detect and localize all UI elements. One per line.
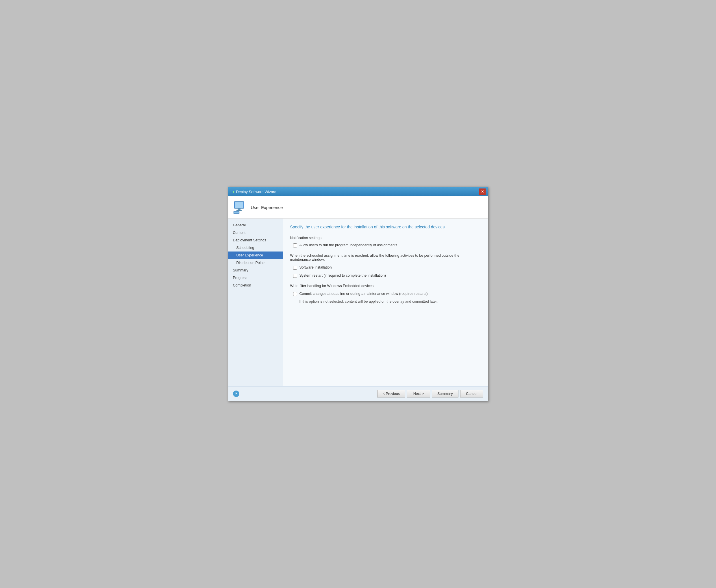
sidebar: General Content Deployment Settings Sche…	[228, 218, 283, 386]
title-bar-left: ➔ Deploy Software Wizard	[231, 189, 276, 194]
sidebar-item-scheduling[interactable]: Scheduling	[228, 244, 283, 252]
close-button[interactable]: ✕	[479, 188, 486, 195]
maintenance-window-text: When the scheduled assignment time is re…	[290, 254, 481, 261]
section-divider-2: Write filter handling for Windows Embedd…	[290, 284, 481, 288]
checkbox-row-1: Allow users to run the program independe…	[293, 243, 481, 248]
footer-area: ? < Previous Next > Summary Cancel	[228, 386, 488, 401]
sidebar-item-deployment-settings[interactable]: Deployment Settings	[228, 236, 283, 244]
sidebar-item-progress[interactable]: Progress	[228, 274, 283, 281]
next-button[interactable]: Next >	[407, 390, 430, 398]
footer-left: ?	[233, 391, 239, 397]
sidebar-item-user-experience[interactable]: User Experience	[228, 252, 283, 259]
sidebar-item-general[interactable]: General	[228, 222, 283, 229]
help-button[interactable]: ?	[233, 391, 239, 397]
wizard-window: ➔ Deploy Software Wizard ✕ User Experien…	[228, 187, 488, 401]
checkbox-software-install-label: Software installation	[299, 265, 332, 270]
sidebar-item-summary[interactable]: Summary	[228, 267, 283, 274]
write-filter-label: Write filter handling for Windows Embedd…	[290, 284, 481, 288]
header-title: User Experience	[251, 205, 283, 210]
sidebar-item-content[interactable]: Content	[228, 229, 283, 236]
checkbox-system-restart-label: System restart (if required to complete …	[299, 273, 386, 278]
cancel-button[interactable]: Cancel	[460, 390, 483, 398]
checkbox-commit-changes-label: Commit changes at deadline or during a m…	[299, 291, 428, 297]
section-title: Specify the user experience for the inst…	[290, 224, 481, 230]
svg-rect-2	[238, 208, 240, 210]
content-area: General Content Deployment Settings Sche…	[228, 218, 488, 386]
checkbox-allow-users[interactable]	[293, 244, 297, 248]
sidebar-item-distribution-points[interactable]: Distribution Points	[228, 259, 283, 267]
previous-button[interactable]: < Previous	[377, 390, 405, 398]
svg-rect-1	[235, 202, 244, 208]
svg-rect-3	[236, 210, 241, 211]
checkbox-allow-users-label: Allow users to run the program independe…	[299, 243, 397, 248]
title-bar: ➔ Deploy Software Wizard ✕	[228, 187, 488, 196]
checkbox-commit-changes[interactable]	[293, 292, 297, 296]
checkbox-row-3: System restart (if required to complete …	[293, 273, 481, 278]
svg-rect-5	[234, 212, 239, 213]
header-area: User Experience	[228, 196, 488, 218]
arrow-icon: ➔	[231, 189, 234, 194]
window-title: Deploy Software Wizard	[236, 190, 276, 194]
checkbox-software-install[interactable]	[293, 266, 297, 270]
main-content: Specify the user experience for the inst…	[283, 218, 488, 386]
summary-button[interactable]: Summary	[432, 390, 458, 398]
footer-buttons: < Previous Next > Summary Cancel	[377, 390, 483, 398]
checkbox-row-2: Software installation	[293, 265, 481, 270]
notification-label: Notification settings:	[290, 236, 481, 240]
overlay-note: If this option is not selected, content …	[299, 299, 481, 303]
section-divider-1: When the scheduled assignment time is re…	[290, 254, 481, 261]
sidebar-item-completion[interactable]: Completion	[228, 281, 283, 289]
checkbox-system-restart[interactable]	[293, 274, 297, 278]
checkbox-row-4: Commit changes at deadline or during a m…	[293, 291, 481, 297]
header-icon	[233, 200, 247, 214]
